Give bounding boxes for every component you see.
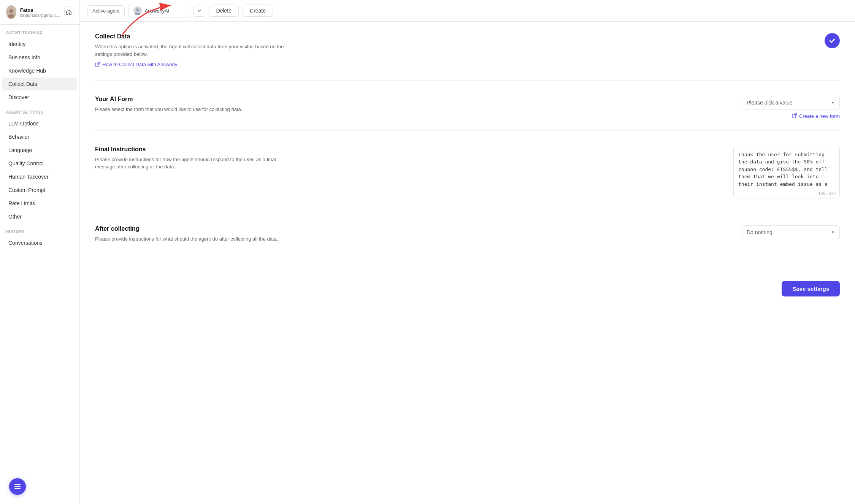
ai-form-dropdown[interactable]: Please pick a value ▾ bbox=[741, 96, 840, 109]
agent-settings-label: AGENT SETTINGS bbox=[0, 104, 79, 117]
page-content: Collect Data When this option is activat… bbox=[80, 22, 855, 504]
save-settings-row: Save settings bbox=[95, 273, 840, 296]
after-collecting-right: Do nothing ▾ bbox=[733, 225, 840, 239]
collect-data-description: When this option is activated, the Agent… bbox=[95, 43, 293, 58]
sidebar-item-conversations[interactable]: Conversations bbox=[2, 236, 77, 249]
sidebar-item-other[interactable]: Other bbox=[2, 210, 77, 223]
final-instructions-left: Final Instructions Please provide instru… bbox=[95, 146, 293, 174]
sidebar-item-identity[interactable]: Identity bbox=[2, 38, 77, 51]
user-profile: Fatos bediufatos@gmail.c... bbox=[0, 0, 79, 25]
sidebar-item-human-takeover[interactable]: Human Takeover bbox=[2, 170, 77, 183]
textarea-counter: 195 / 512 bbox=[734, 190, 839, 198]
history-label: HISTORY bbox=[0, 223, 79, 236]
chat-fab-button[interactable] bbox=[9, 478, 26, 495]
topbar: Active agent AnswerlyAI bbox=[80, 0, 855, 22]
active-agent-label: Active agent bbox=[87, 5, 125, 16]
after-collecting-description: Please provide instructions for what sho… bbox=[95, 235, 293, 243]
sidebar: Fatos bediufatos@gmail.c... AGENT TRAINI… bbox=[0, 0, 80, 504]
sidebar-item-language[interactable]: Language bbox=[2, 144, 77, 157]
final-instructions-description: Please provide instructions for how the … bbox=[95, 156, 293, 171]
user-info: Fatos bediufatos@gmail.c... bbox=[20, 7, 60, 17]
ai-form-dropdown-value: Please pick a value bbox=[747, 100, 793, 106]
agent-training-label: AGENT TRAINING bbox=[0, 25, 79, 37]
external-link-icon-2 bbox=[792, 113, 797, 119]
agent-avatar bbox=[133, 6, 142, 15]
sidebar-item-business-info[interactable]: Business Info bbox=[2, 51, 77, 64]
agent-training-section: AGENT TRAINING Identity Business Info Kn… bbox=[0, 25, 79, 104]
main-content: Active agent AnswerlyAI bbox=[80, 0, 855, 504]
chevron-down-icon-2: ▾ bbox=[832, 230, 834, 235]
ai-form-left: Your AI Form Please select the form that… bbox=[95, 96, 293, 117]
create-button[interactable]: Create bbox=[243, 5, 273, 17]
delete-button[interactable]: Delete bbox=[209, 5, 239, 17]
save-settings-button[interactable]: Save settings bbox=[782, 281, 840, 296]
sidebar-item-llm-options[interactable]: LLM Options bbox=[2, 117, 77, 130]
create-form-label: Create a new form bbox=[799, 113, 840, 119]
home-button[interactable] bbox=[64, 6, 73, 18]
sidebar-item-behavior[interactable]: Behavior bbox=[2, 130, 77, 143]
collect-data-link-label: How to Collect Data with Answerly bbox=[102, 62, 177, 67]
avatar bbox=[6, 5, 16, 19]
svg-rect-9 bbox=[14, 484, 21, 485]
collect-data-right bbox=[733, 33, 840, 48]
final-instructions-textarea-wrapper: Thank the user for submitting the data a… bbox=[733, 146, 840, 198]
history-section: HISTORY Conversations bbox=[0, 223, 79, 250]
username: Fatos bbox=[20, 7, 60, 13]
final-instructions-textarea[interactable]: Thank the user for submitting the data a… bbox=[734, 146, 839, 188]
agent-settings-section: AGENT SETTINGS LLM Options Behavior Lang… bbox=[0, 104, 79, 223]
menu-icon bbox=[13, 482, 22, 491]
sidebar-item-knowledge-hub[interactable]: Knowledge Hub bbox=[2, 64, 77, 77]
collect-data-section: Collect Data When this option is activat… bbox=[95, 33, 840, 81]
external-link-icon bbox=[95, 62, 100, 67]
sidebar-item-quality-control[interactable]: Quality Control bbox=[2, 157, 77, 170]
sidebar-item-rate-limits[interactable]: Rate Limits bbox=[2, 197, 77, 210]
collect-data-left: Collect Data When this option is activat… bbox=[95, 33, 293, 69]
collect-data-title: Collect Data bbox=[95, 33, 293, 40]
create-form-link[interactable]: Create a new form bbox=[792, 113, 840, 119]
after-collecting-section: After collecting Please provide instruct… bbox=[95, 225, 840, 258]
sidebar-item-custom-prompt[interactable]: Custom Prompt bbox=[2, 184, 77, 197]
sidebar-item-discover[interactable]: Discover bbox=[2, 91, 77, 104]
collect-data-check[interactable] bbox=[825, 33, 840, 48]
after-collecting-dropdown-value: Do nothing bbox=[747, 229, 773, 235]
svg-rect-10 bbox=[14, 486, 21, 487]
after-collecting-left: After collecting Please provide instruct… bbox=[95, 225, 293, 247]
agent-dropdown-button[interactable] bbox=[193, 5, 205, 17]
sidebar-item-collect-data[interactable]: Collect Data bbox=[2, 78, 77, 90]
svg-point-1 bbox=[9, 9, 13, 13]
after-collecting-dropdown[interactable]: Do nothing ▾ bbox=[741, 225, 840, 239]
collect-data-link[interactable]: How to Collect Data with Answerly bbox=[95, 62, 177, 67]
final-instructions-title: Final Instructions bbox=[95, 146, 293, 153]
svg-point-5 bbox=[136, 8, 139, 11]
svg-rect-11 bbox=[14, 488, 21, 489]
agent-selector[interactable]: AnswerlyAI bbox=[128, 4, 189, 17]
final-instructions-section: Final Instructions Please provide instru… bbox=[95, 146, 840, 210]
final-instructions-right: Thank the user for submitting the data a… bbox=[733, 146, 840, 198]
ai-form-description: Please select the form that you would li… bbox=[95, 106, 293, 113]
svg-point-2 bbox=[8, 14, 14, 18]
ai-form-section: Your AI Form Please select the form that… bbox=[95, 96, 840, 131]
svg-rect-7 bbox=[95, 63, 99, 67]
ai-form-title: Your AI Form bbox=[95, 96, 293, 103]
after-collecting-title: After collecting bbox=[95, 225, 293, 232]
svg-rect-8 bbox=[792, 114, 796, 118]
topbar-arrow-container: Active agent bbox=[87, 5, 125, 16]
ai-form-right: Please pick a value ▾ Create a new form bbox=[733, 96, 840, 119]
user-email: bediufatos@gmail.c... bbox=[20, 13, 60, 17]
chevron-down-icon: ▾ bbox=[832, 100, 834, 105]
agent-name: AnswerlyAI bbox=[145, 8, 184, 14]
